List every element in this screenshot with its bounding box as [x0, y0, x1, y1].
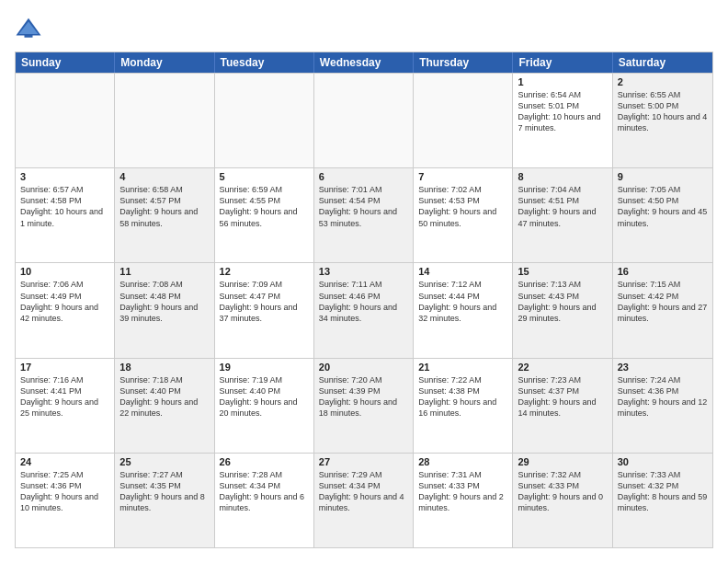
day-number: 28 — [418, 456, 507, 467]
day-info: Sunrise: 7:31 AM Sunset: 4:33 PM Dayligh… — [418, 469, 507, 514]
day-info: Sunrise: 7:11 AM Sunset: 4:46 PM Dayligh… — [319, 279, 408, 324]
day-info: Sunrise: 7:19 AM Sunset: 4:40 PM Dayligh… — [220, 374, 309, 419]
day-number: 23 — [618, 362, 708, 373]
cal-cell: 4Sunrise: 6:58 AM Sunset: 4:57 PM Daylig… — [115, 168, 214, 262]
cal-cell: 25Sunrise: 7:27 AM Sunset: 4:35 PM Dayli… — [115, 454, 214, 547]
svg-rect-2 — [25, 34, 33, 38]
day-info: Sunrise: 7:29 AM Sunset: 4:34 PM Dayligh… — [319, 469, 408, 514]
header — [15, 15, 713, 42]
day-info: Sunrise: 7:22 AM Sunset: 4:38 PM Dayligh… — [418, 374, 507, 419]
day-info: Sunrise: 7:08 AM Sunset: 4:48 PM Dayligh… — [119, 279, 209, 324]
day-info: Sunrise: 7:09 AM Sunset: 4:47 PM Dayligh… — [220, 279, 309, 324]
cal-cell: 24Sunrise: 7:25 AM Sunset: 4:36 PM Dayli… — [16, 454, 115, 547]
cal-cell: 16Sunrise: 7:15 AM Sunset: 4:42 PM Dayli… — [613, 263, 712, 357]
day-info: Sunrise: 6:57 AM Sunset: 4:58 PM Dayligh… — [20, 184, 109, 229]
cal-cell: 27Sunrise: 7:29 AM Sunset: 4:34 PM Dayli… — [314, 454, 414, 547]
cal-header-cell-tuesday: Tuesday — [215, 52, 314, 73]
day-number: 15 — [518, 266, 607, 277]
day-number: 11 — [119, 266, 209, 277]
calendar: SundayMondayTuesdayWednesdayThursdayFrid… — [15, 52, 713, 548]
day-number: 6 — [319, 171, 408, 182]
cal-cell: 9Sunrise: 7:05 AM Sunset: 4:50 PM Daylig… — [613, 168, 712, 262]
day-number: 4 — [119, 171, 209, 182]
day-number: 8 — [518, 171, 607, 182]
logo — [15, 15, 46, 42]
day-number: 17 — [20, 362, 109, 373]
cal-cell: 5Sunrise: 6:59 AM Sunset: 4:55 PM Daylig… — [215, 168, 314, 262]
cal-row-0: 1Sunrise: 6:54 AM Sunset: 5:01 PM Daylig… — [16, 73, 712, 167]
cal-cell: 30Sunrise: 7:33 AM Sunset: 4:32 PM Dayli… — [613, 454, 712, 547]
day-info: Sunrise: 7:12 AM Sunset: 4:44 PM Dayligh… — [418, 279, 507, 324]
cal-cell: 7Sunrise: 7:02 AM Sunset: 4:53 PM Daylig… — [414, 168, 513, 262]
cal-cell: 3Sunrise: 6:57 AM Sunset: 4:58 PM Daylig… — [16, 168, 115, 262]
day-number: 22 — [518, 362, 607, 373]
day-info: Sunrise: 7:18 AM Sunset: 4:40 PM Dayligh… — [119, 374, 209, 419]
cal-cell: 23Sunrise: 7:24 AM Sunset: 4:36 PM Dayli… — [613, 359, 712, 453]
day-info: Sunrise: 7:04 AM Sunset: 4:51 PM Dayligh… — [518, 184, 607, 229]
day-number: 12 — [220, 266, 309, 277]
cal-cell: 1Sunrise: 6:54 AM Sunset: 5:01 PM Daylig… — [513, 74, 612, 167]
cal-cell: 28Sunrise: 7:31 AM Sunset: 4:33 PM Dayli… — [414, 454, 513, 547]
cal-row-3: 17Sunrise: 7:16 AM Sunset: 4:41 PM Dayli… — [16, 358, 712, 453]
day-number: 18 — [119, 362, 209, 373]
cal-header-cell-monday: Monday — [115, 52, 214, 73]
cal-cell — [115, 74, 214, 167]
cal-header-cell-friday: Friday — [513, 52, 612, 73]
cal-cell: 12Sunrise: 7:09 AM Sunset: 4:47 PM Dayli… — [215, 263, 314, 357]
cal-header-cell-sunday: Sunday — [16, 52, 115, 73]
day-info: Sunrise: 6:59 AM Sunset: 4:55 PM Dayligh… — [220, 184, 309, 229]
day-info: Sunrise: 7:32 AM Sunset: 4:33 PM Dayligh… — [518, 469, 607, 514]
cal-cell: 15Sunrise: 7:13 AM Sunset: 4:43 PM Dayli… — [513, 263, 612, 357]
day-number: 27 — [319, 456, 408, 467]
day-info: Sunrise: 7:15 AM Sunset: 4:42 PM Dayligh… — [618, 279, 708, 324]
cal-header-cell-thursday: Thursday — [414, 52, 513, 73]
day-number: 9 — [618, 171, 708, 182]
cal-header-cell-wednesday: Wednesday — [314, 52, 414, 73]
cal-cell: 10Sunrise: 7:06 AM Sunset: 4:49 PM Dayli… — [16, 263, 115, 357]
cal-cell — [414, 74, 513, 167]
day-info: Sunrise: 7:24 AM Sunset: 4:36 PM Dayligh… — [618, 374, 708, 419]
day-number: 1 — [518, 76, 607, 87]
day-info: Sunrise: 7:33 AM Sunset: 4:32 PM Dayligh… — [618, 469, 708, 514]
cal-cell: 2Sunrise: 6:55 AM Sunset: 5:00 PM Daylig… — [613, 74, 712, 167]
day-number: 24 — [20, 456, 109, 467]
cal-cell: 19Sunrise: 7:19 AM Sunset: 4:40 PM Dayli… — [215, 359, 314, 453]
cal-cell: 20Sunrise: 7:20 AM Sunset: 4:39 PM Dayli… — [314, 359, 414, 453]
day-info: Sunrise: 6:55 AM Sunset: 5:00 PM Dayligh… — [618, 89, 708, 134]
calendar-body: 1Sunrise: 6:54 AM Sunset: 5:01 PM Daylig… — [16, 73, 712, 547]
day-number: 20 — [319, 362, 408, 373]
day-number: 14 — [418, 266, 507, 277]
day-number: 26 — [220, 456, 309, 467]
day-info: Sunrise: 6:58 AM Sunset: 4:57 PM Dayligh… — [119, 184, 209, 229]
calendar-header: SundayMondayTuesdayWednesdayThursdayFrid… — [16, 52, 712, 73]
day-number: 25 — [119, 456, 209, 467]
cal-cell: 26Sunrise: 7:28 AM Sunset: 4:34 PM Dayli… — [215, 454, 314, 547]
day-info: Sunrise: 7:25 AM Sunset: 4:36 PM Dayligh… — [20, 469, 109, 514]
day-number: 16 — [618, 266, 708, 277]
day-info: Sunrise: 6:54 AM Sunset: 5:01 PM Dayligh… — [518, 89, 607, 134]
cal-row-4: 24Sunrise: 7:25 AM Sunset: 4:36 PM Dayli… — [16, 453, 712, 547]
day-number: 19 — [220, 362, 309, 373]
day-info: Sunrise: 7:16 AM Sunset: 4:41 PM Dayligh… — [20, 374, 109, 419]
day-info: Sunrise: 7:06 AM Sunset: 4:49 PM Dayligh… — [20, 279, 109, 324]
day-number: 10 — [20, 266, 109, 277]
cal-cell: 8Sunrise: 7:04 AM Sunset: 4:51 PM Daylig… — [513, 168, 612, 262]
day-number: 13 — [319, 266, 408, 277]
cal-row-1: 3Sunrise: 6:57 AM Sunset: 4:58 PM Daylig… — [16, 167, 712, 262]
day-number: 3 — [20, 171, 109, 182]
logo-icon — [15, 15, 42, 42]
cal-cell: 13Sunrise: 7:11 AM Sunset: 4:46 PM Dayli… — [314, 263, 414, 357]
cal-row-2: 10Sunrise: 7:06 AM Sunset: 4:49 PM Dayli… — [16, 262, 712, 357]
day-info: Sunrise: 7:02 AM Sunset: 4:53 PM Dayligh… — [418, 184, 507, 229]
cal-cell: 6Sunrise: 7:01 AM Sunset: 4:54 PM Daylig… — [314, 168, 414, 262]
cal-cell: 17Sunrise: 7:16 AM Sunset: 4:41 PM Dayli… — [16, 359, 115, 453]
cal-cell: 29Sunrise: 7:32 AM Sunset: 4:33 PM Dayli… — [513, 454, 612, 547]
day-info: Sunrise: 7:27 AM Sunset: 4:35 PM Dayligh… — [119, 469, 209, 514]
cal-cell: 11Sunrise: 7:08 AM Sunset: 4:48 PM Dayli… — [115, 263, 214, 357]
page: SundayMondayTuesdayWednesdayThursdayFrid… — [0, 0, 728, 563]
day-info: Sunrise: 7:28 AM Sunset: 4:34 PM Dayligh… — [220, 469, 309, 514]
day-number: 5 — [220, 171, 309, 182]
day-info: Sunrise: 7:05 AM Sunset: 4:50 PM Dayligh… — [618, 184, 708, 229]
day-number: 30 — [618, 456, 708, 467]
day-number: 29 — [518, 456, 607, 467]
